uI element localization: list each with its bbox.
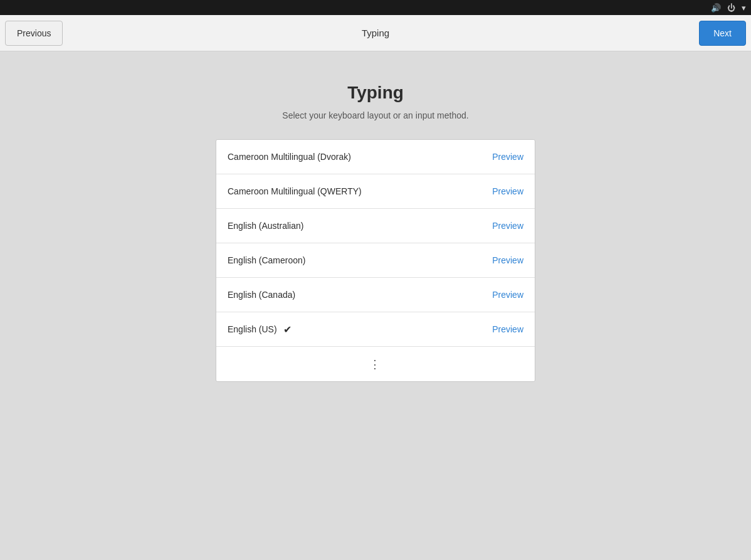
keyboard-row[interactable]: Cameroon Multilingual (QWERTY)Preview	[216, 174, 535, 209]
page-title: Typing	[347, 83, 404, 103]
system-bar: 🔊 ⏻ ▾	[0, 0, 751, 15]
header-bar: Previous Typing Next	[0, 15, 751, 51]
previous-button[interactable]: Previous	[5, 21, 63, 46]
dropdown-icon[interactable]: ▾	[742, 3, 746, 13]
preview-link[interactable]: Preview	[492, 186, 523, 196]
keyboard-row[interactable]: English (Cameroon)Preview	[216, 243, 535, 278]
keyboard-label: English (US)	[228, 324, 277, 334]
selected-check-icon: ✔	[283, 324, 291, 335]
keyboard-label: English (Canada)	[228, 290, 295, 300]
preview-link[interactable]: Preview	[492, 255, 523, 265]
next-button[interactable]: Next	[699, 21, 746, 46]
more-dots-icon[interactable]: ⋮	[369, 359, 382, 370]
keyboard-label: English (Cameroon)	[228, 255, 306, 265]
keyboard-label: Cameroon Multilingual (QWERTY)	[228, 186, 362, 196]
power-icon[interactable]: ⏻	[727, 3, 735, 13]
more-options-row[interactable]: ⋮	[216, 347, 535, 381]
main-content: Typing Select your keyboard layout or an…	[0, 51, 751, 560]
preview-link[interactable]: Preview	[492, 152, 523, 162]
keyboard-label: Cameroon Multilingual (Dvorak)	[228, 152, 351, 162]
keyboard-row[interactable]: English (US)✔Preview	[216, 312, 535, 347]
keyboard-label: English (Australian)	[228, 221, 303, 231]
keyboard-panel: Cameroon Multilingual (Dvorak)PreviewCam…	[216, 139, 535, 382]
header-title: Typing	[362, 28, 389, 38]
preview-link[interactable]: Preview	[492, 290, 523, 300]
volume-icon[interactable]: 🔊	[711, 3, 721, 13]
keyboard-row[interactable]: English (Canada)Preview	[216, 278, 535, 312]
preview-link[interactable]: Preview	[492, 221, 523, 231]
keyboard-row[interactable]: English (Australian)Preview	[216, 209, 535, 243]
preview-link[interactable]: Preview	[492, 324, 523, 334]
keyboard-row[interactable]: Cameroon Multilingual (Dvorak)Preview	[216, 140, 535, 174]
page-subtitle: Select your keyboard layout or an input …	[282, 110, 468, 120]
